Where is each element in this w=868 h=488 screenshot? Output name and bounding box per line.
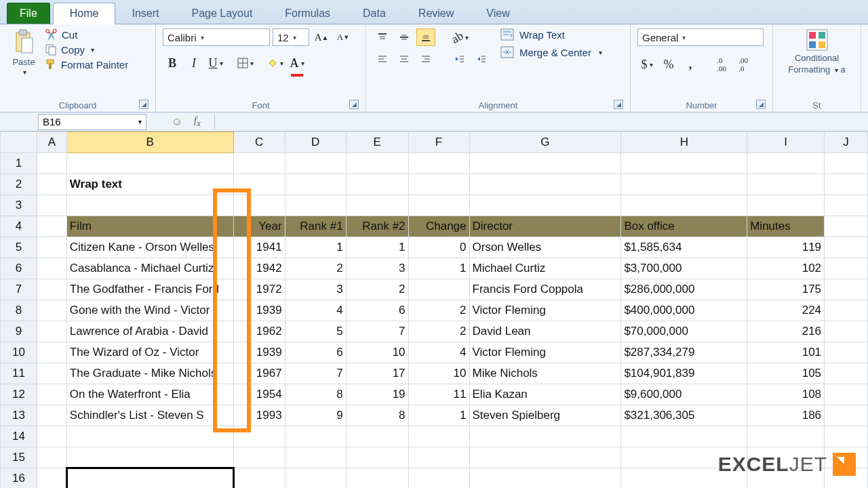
table-header[interactable]: Rank #1 <box>285 216 346 237</box>
cell[interactable]: Lawrence of Arabia - David <box>66 321 233 342</box>
accounting-format-button[interactable]: $▾ <box>637 56 656 73</box>
cell[interactable]: 1 <box>285 237 346 258</box>
increase-decimal-button[interactable]: .0.00 <box>712 56 731 73</box>
col-header[interactable]: G <box>469 132 621 153</box>
formula-input[interactable] <box>214 115 868 129</box>
cell[interactable]: 11 <box>408 384 469 405</box>
cell[interactable]: $1,585,634 <box>621 237 747 258</box>
cancel-icon[interactable] <box>174 119 180 125</box>
row-header[interactable]: 1 <box>1 153 37 174</box>
col-header[interactable]: C <box>233 132 285 153</box>
cell[interactable]: 5 <box>285 321 346 342</box>
col-header[interactable]: B <box>66 132 233 153</box>
table-header[interactable]: Year <box>233 216 285 237</box>
cell[interactable]: 216 <box>747 321 825 342</box>
dialog-launcher[interactable]: ◢ <box>139 100 149 109</box>
cell[interactable]: Michael Curtiz <box>469 258 621 279</box>
cell[interactable]: $287,334,279 <box>621 342 747 363</box>
cell[interactable]: 119 <box>747 237 825 258</box>
conditional-formatting-button[interactable]: Conditional Formatting ▾ a <box>783 28 851 75</box>
cell[interactable]: 3 <box>285 279 346 300</box>
row-header[interactable]: 5 <box>1 237 37 258</box>
decrease-font-button[interactable]: A▼ <box>334 28 353 46</box>
dialog-launcher[interactable]: ◢ <box>614 100 623 109</box>
underline-button[interactable]: U▾ <box>206 54 225 72</box>
tab-page-layout[interactable]: Page Layout <box>175 3 269 24</box>
col-header[interactable]: E <box>346 132 408 153</box>
cell[interactable]: 1962 <box>233 321 285 342</box>
row-header[interactable]: 13 <box>1 405 37 426</box>
col-header[interactable]: A <box>37 132 66 153</box>
increase-indent-button[interactable] <box>472 50 491 68</box>
align-top-button[interactable] <box>373 28 392 46</box>
cell[interactable]: Steven Spielberg <box>469 405 621 426</box>
cell[interactable]: David Lean <box>469 321 621 342</box>
cell[interactable]: 224 <box>747 300 825 321</box>
cell[interactable]: 2 <box>285 258 346 279</box>
row-header[interactable]: 6 <box>1 258 37 279</box>
cell[interactable]: 1 <box>408 258 469 279</box>
cell[interactable]: Schindler's List - Steven S <box>66 405 233 426</box>
cell[interactable]: 4 <box>408 342 469 363</box>
row-header[interactable]: 12 <box>1 384 37 405</box>
cell[interactable]: 102 <box>747 258 825 279</box>
table-header[interactable]: Rank #2 <box>346 216 408 237</box>
fill-color-button[interactable]: ▾ <box>266 54 285 72</box>
row-header[interactable]: 15 <box>1 447 37 468</box>
cell[interactable]: 10 <box>346 342 408 363</box>
cell[interactable]: 3 <box>346 258 408 279</box>
row-header[interactable]: 16 <box>1 468 37 489</box>
cell[interactable]: Francis Ford Coppola <box>469 279 621 300</box>
bold-button[interactable]: B <box>163 54 182 72</box>
cell[interactable]: $9,600,000 <box>621 384 747 405</box>
align-center-button[interactable] <box>395 50 414 68</box>
wrap-text-button[interactable]: Wrap Text <box>500 28 602 41</box>
format-painter-button[interactable]: Format Painter <box>45 58 128 70</box>
cell[interactable]: 1 <box>346 237 408 258</box>
cell[interactable]: 2 <box>408 321 469 342</box>
cell[interactable]: 105 <box>747 363 825 384</box>
name-box[interactable]: B16▾ <box>38 114 146 130</box>
cell[interactable]: $104,901,839 <box>621 363 747 384</box>
cell[interactable]: 4 <box>285 300 346 321</box>
merge-center-button[interactable]: Merge & Center▾ <box>500 46 602 58</box>
table-header[interactable]: Minutes <box>747 216 825 237</box>
cell[interactable]: 1972 <box>233 279 285 300</box>
row-header[interactable]: 2 <box>1 174 37 195</box>
cell[interactable]: 1 <box>408 405 469 426</box>
tab-formulas[interactable]: Formulas <box>269 3 347 24</box>
align-middle-button[interactable] <box>395 28 414 46</box>
row-header[interactable]: 3 <box>1 195 37 216</box>
cell[interactable]: 186 <box>747 405 825 426</box>
table-header[interactable]: Change <box>408 216 469 237</box>
dialog-launcher[interactable]: ◢ <box>756 100 766 109</box>
title-cell[interactable]: Wrap text <box>66 174 233 195</box>
cell[interactable]: 1939 <box>233 342 285 363</box>
table-header[interactable]: Director <box>469 216 621 237</box>
cell[interactable]: 6 <box>285 342 346 363</box>
align-left-button[interactable] <box>373 50 392 68</box>
select-all-corner[interactable] <box>1 132 37 153</box>
table-header[interactable]: Box office <box>621 216 747 237</box>
cell[interactable]: $70,000,000 <box>621 321 747 342</box>
cell[interactable]: 101 <box>747 342 825 363</box>
cell[interactable]: 7 <box>285 363 346 384</box>
cell[interactable]: Orson Welles <box>469 237 621 258</box>
cell[interactable]: 7 <box>346 321 408 342</box>
cell[interactable]: 9 <box>285 405 346 426</box>
cell[interactable]: 1954 <box>233 384 285 405</box>
cell[interactable]: On the Waterfront - Elia <box>66 384 233 405</box>
decrease-indent-button[interactable] <box>450 50 469 68</box>
tab-view[interactable]: View <box>470 3 526 24</box>
tab-review[interactable]: Review <box>402 3 470 24</box>
col-header[interactable]: I <box>747 132 825 153</box>
cell[interactable]: 1993 <box>233 405 285 426</box>
orientation-button[interactable]: ab▾ <box>450 28 469 46</box>
font-name-combo[interactable]: Calibri▾ <box>163 28 270 46</box>
cut-button[interactable]: ✂️Cut <box>45 28 128 41</box>
cell[interactable]: 175 <box>747 279 825 300</box>
row-header[interactable]: 4 <box>1 216 37 237</box>
cell[interactable]: 108 <box>747 384 825 405</box>
percent-button[interactable]: % <box>659 56 678 73</box>
tab-insert[interactable]: Insert <box>115 3 175 24</box>
